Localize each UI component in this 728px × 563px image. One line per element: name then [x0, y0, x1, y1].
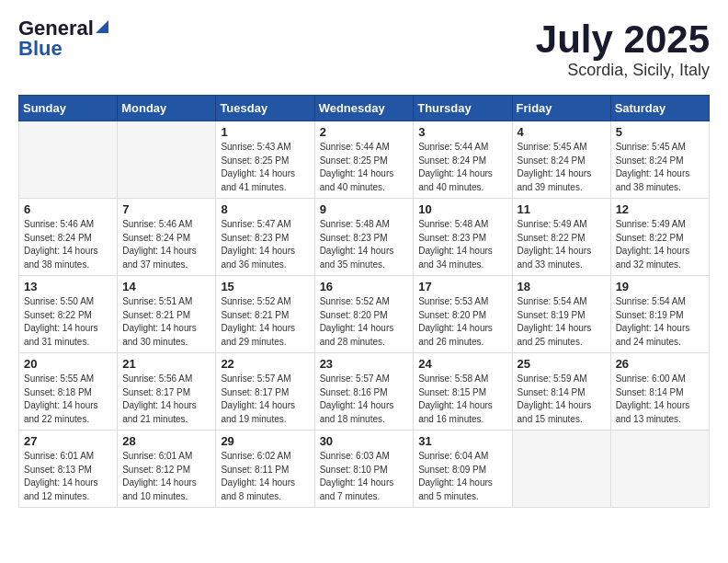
calendar-week-row: 6Sunrise: 5:46 AM Sunset: 8:24 PM Daylig…: [19, 199, 710, 276]
col-header-monday: Monday: [118, 96, 216, 121]
cell-daylight-info: Sunrise: 5:48 AM Sunset: 8:23 PM Dayligh…: [418, 218, 506, 271]
cell-daylight-info: Sunrise: 5:55 AM Sunset: 8:18 PM Dayligh…: [24, 373, 112, 426]
calendar-cell: 28Sunrise: 6:01 AM Sunset: 8:12 PM Dayli…: [118, 431, 216, 508]
calendar-cell: 30Sunrise: 6:03 AM Sunset: 8:10 PM Dayli…: [314, 431, 414, 508]
calendar-cell: 13Sunrise: 5:50 AM Sunset: 8:22 PM Dayli…: [19, 276, 118, 353]
logo-triangle-icon: [96, 20, 108, 33]
cell-daylight-info: Sunrise: 5:52 AM Sunset: 8:20 PM Dayligh…: [320, 295, 409, 349]
day-number: 31: [418, 434, 506, 448]
cell-daylight-info: Sunrise: 5:58 AM Sunset: 8:15 PM Dayligh…: [418, 373, 506, 426]
cell-daylight-info: Sunrise: 5:47 AM Sunset: 8:23 PM Dayligh…: [221, 218, 309, 271]
location-subtitle: Scordia, Sicily, Italy: [536, 61, 710, 80]
calendar-cell: 14Sunrise: 5:51 AM Sunset: 8:21 PM Dayli…: [118, 276, 216, 353]
calendar-cell: 15Sunrise: 5:52 AM Sunset: 8:21 PM Dayli…: [216, 276, 314, 353]
day-number: 29: [221, 434, 309, 448]
day-number: 9: [320, 202, 409, 216]
day-number: 30: [320, 434, 409, 448]
svg-marker-0: [96, 20, 108, 33]
cell-daylight-info: Sunrise: 5:49 AM Sunset: 8:22 PM Dayligh…: [518, 218, 606, 271]
cell-daylight-info: Sunrise: 5:46 AM Sunset: 8:24 PM Dayligh…: [122, 218, 210, 271]
col-header-friday: Friday: [512, 96, 610, 121]
calendar-cell: 3Sunrise: 5:44 AM Sunset: 8:24 PM Daylig…: [414, 121, 512, 199]
day-number: 15: [221, 280, 309, 293]
page-header: General Blue July 2025 Scordia, Sicily, …: [18, 18, 710, 80]
cell-daylight-info: Sunrise: 6:03 AM Sunset: 8:10 PM Dayligh…: [320, 450, 409, 503]
day-number: 26: [616, 357, 704, 371]
month-title: July 2025: [536, 18, 710, 61]
day-number: 3: [418, 125, 506, 139]
day-number: 8: [221, 202, 309, 216]
calendar-cell: 26Sunrise: 6:00 AM Sunset: 8:14 PM Dayli…: [610, 353, 709, 431]
cell-daylight-info: Sunrise: 5:52 AM Sunset: 8:21 PM Dayligh…: [221, 295, 309, 349]
cell-daylight-info: Sunrise: 5:57 AM Sunset: 8:16 PM Dayligh…: [320, 373, 409, 426]
calendar-cell: 27Sunrise: 6:01 AM Sunset: 8:13 PM Dayli…: [19, 431, 118, 508]
title-block: July 2025 Scordia, Sicily, Italy: [536, 18, 710, 80]
calendar-week-row: 1Sunrise: 5:43 AM Sunset: 8:25 PM Daylig…: [19, 121, 710, 199]
calendar-cell: 20Sunrise: 5:55 AM Sunset: 8:18 PM Dayli…: [19, 353, 118, 431]
calendar-cell: [118, 121, 216, 199]
day-number: 21: [122, 357, 210, 371]
day-number: 1: [221, 125, 309, 139]
calendar-week-row: 27Sunrise: 6:01 AM Sunset: 8:13 PM Dayli…: [19, 431, 710, 508]
calendar-cell: 25Sunrise: 5:59 AM Sunset: 8:14 PM Dayli…: [512, 353, 610, 431]
day-number: 6: [24, 202, 112, 216]
cell-daylight-info: Sunrise: 6:02 AM Sunset: 8:11 PM Dayligh…: [221, 450, 309, 503]
cell-daylight-info: Sunrise: 5:54 AM Sunset: 8:19 PM Dayligh…: [616, 295, 704, 349]
day-number: 27: [24, 434, 112, 448]
day-number: 2: [320, 125, 409, 139]
calendar-cell: 1Sunrise: 5:43 AM Sunset: 8:25 PM Daylig…: [216, 121, 314, 199]
day-number: 10: [418, 202, 506, 216]
cell-daylight-info: Sunrise: 5:56 AM Sunset: 8:17 PM Dayligh…: [122, 373, 210, 426]
cell-daylight-info: Sunrise: 5:45 AM Sunset: 8:24 PM Dayligh…: [518, 141, 606, 194]
cell-daylight-info: Sunrise: 5:46 AM Sunset: 8:24 PM Dayligh…: [24, 218, 112, 271]
cell-daylight-info: Sunrise: 6:00 AM Sunset: 8:14 PM Dayligh…: [616, 373, 704, 426]
day-number: 17: [418, 280, 506, 293]
col-header-wednesday: Wednesday: [314, 96, 414, 121]
day-number: 24: [418, 357, 506, 371]
day-number: 7: [122, 202, 210, 216]
calendar-cell: 6Sunrise: 5:46 AM Sunset: 8:24 PM Daylig…: [19, 199, 118, 276]
col-header-tuesday: Tuesday: [216, 96, 314, 121]
calendar-cell: 21Sunrise: 5:56 AM Sunset: 8:17 PM Dayli…: [118, 353, 216, 431]
col-header-sunday: Sunday: [19, 96, 118, 121]
day-number: 28: [122, 434, 210, 448]
cell-daylight-info: Sunrise: 6:01 AM Sunset: 8:13 PM Dayligh…: [24, 450, 112, 503]
calendar-cell: 2Sunrise: 5:44 AM Sunset: 8:25 PM Daylig…: [314, 121, 414, 199]
day-number: 4: [518, 125, 606, 139]
cell-daylight-info: Sunrise: 5:59 AM Sunset: 8:14 PM Dayligh…: [518, 373, 606, 426]
calendar-cell: 31Sunrise: 6:04 AM Sunset: 8:09 PM Dayli…: [414, 431, 512, 508]
calendar-cell: 29Sunrise: 6:02 AM Sunset: 8:11 PM Dayli…: [216, 431, 314, 508]
calendar-cell: 7Sunrise: 5:46 AM Sunset: 8:24 PM Daylig…: [118, 199, 216, 276]
cell-daylight-info: Sunrise: 5:54 AM Sunset: 8:19 PM Dayligh…: [518, 295, 606, 349]
day-number: 20: [24, 357, 112, 371]
day-number: 16: [320, 280, 409, 293]
logo: General Blue: [18, 18, 108, 59]
day-number: 12: [616, 202, 704, 216]
calendar-cell: 16Sunrise: 5:52 AM Sunset: 8:20 PM Dayli…: [314, 276, 414, 353]
day-number: 13: [24, 280, 112, 293]
logo-blue-text: Blue: [18, 39, 63, 59]
calendar-cell: 4Sunrise: 5:45 AM Sunset: 8:24 PM Daylig…: [512, 121, 610, 199]
day-number: 25: [518, 357, 606, 371]
col-header-saturday: Saturday: [610, 96, 709, 121]
logo-general-text: General: [18, 18, 94, 39]
cell-daylight-info: Sunrise: 5:49 AM Sunset: 8:22 PM Dayligh…: [616, 218, 704, 271]
cell-daylight-info: Sunrise: 6:01 AM Sunset: 8:12 PM Dayligh…: [122, 450, 210, 503]
calendar-cell: 12Sunrise: 5:49 AM Sunset: 8:22 PM Dayli…: [610, 199, 709, 276]
cell-daylight-info: Sunrise: 5:57 AM Sunset: 8:17 PM Dayligh…: [221, 373, 309, 426]
cell-daylight-info: Sunrise: 5:43 AM Sunset: 8:25 PM Dayligh…: [221, 141, 309, 194]
cell-daylight-info: Sunrise: 6:04 AM Sunset: 8:09 PM Dayligh…: [418, 450, 506, 503]
day-number: 23: [320, 357, 409, 371]
cell-daylight-info: Sunrise: 5:45 AM Sunset: 8:24 PM Dayligh…: [616, 141, 704, 194]
cell-daylight-info: Sunrise: 5:48 AM Sunset: 8:23 PM Dayligh…: [320, 218, 409, 271]
calendar-week-row: 13Sunrise: 5:50 AM Sunset: 8:22 PM Dayli…: [19, 276, 710, 353]
cell-daylight-info: Sunrise: 5:51 AM Sunset: 8:21 PM Dayligh…: [122, 295, 210, 349]
day-number: 11: [518, 202, 606, 216]
day-number: 5: [616, 125, 704, 139]
calendar-cell: 17Sunrise: 5:53 AM Sunset: 8:20 PM Dayli…: [414, 276, 512, 353]
calendar-cell: 22Sunrise: 5:57 AM Sunset: 8:17 PM Dayli…: [216, 353, 314, 431]
calendar-table: SundayMondayTuesdayWednesdayThursdayFrid…: [18, 95, 710, 508]
day-number: 19: [616, 280, 704, 293]
calendar-cell: 8Sunrise: 5:47 AM Sunset: 8:23 PM Daylig…: [216, 199, 314, 276]
cell-daylight-info: Sunrise: 5:44 AM Sunset: 8:24 PM Dayligh…: [418, 141, 506, 194]
